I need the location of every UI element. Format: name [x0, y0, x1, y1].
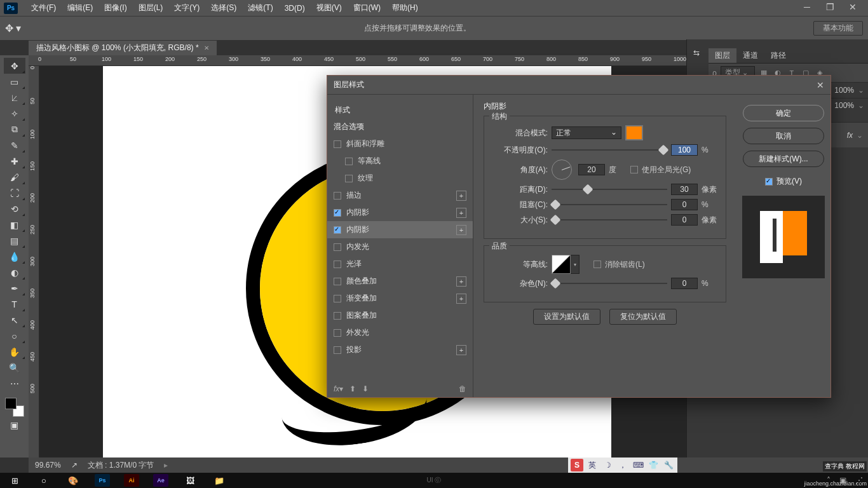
- panel-collapse-icon[interactable]: ⇆: [693, 48, 700, 57]
- style-checkbox[interactable]: [334, 140, 341, 148]
- style-光泽[interactable]: 光泽: [327, 255, 473, 273]
- menu-select[interactable]: 选择(S): [205, 3, 242, 13]
- add-effect-icon[interactable]: +: [456, 294, 466, 304]
- start-button[interactable]: ⊞: [0, 473, 29, 488]
- opacity-value[interactable]: 100%: [834, 86, 854, 95]
- add-effect-icon[interactable]: +: [456, 208, 466, 218]
- minimize-icon[interactable]: ─: [796, 3, 818, 14]
- blending-options[interactable]: 混合选项: [327, 118, 473, 135]
- document-tab[interactable]: 描边风格小图标 @ 100% (小太阳填充, RGB/8) * ✕: [29, 41, 217, 55]
- tool-pen[interactable]: ✒: [4, 280, 25, 296]
- style-投影[interactable]: 投影+: [327, 341, 473, 358]
- tool-hand[interactable]: ✋: [4, 344, 25, 360]
- task-search[interactable]: ○: [29, 473, 58, 488]
- style-颜色叠加[interactable]: 颜色叠加+: [327, 273, 473, 290]
- tool-marquee[interactable]: ▭: [4, 74, 25, 90]
- ok-button[interactable]: 确定: [743, 105, 824, 121]
- menu-3d[interactable]: 3D(D): [279, 4, 311, 13]
- fx-menu-icon[interactable]: fx▾: [334, 384, 343, 393]
- ime-lang[interactable]: 英: [586, 459, 599, 471]
- size-slider[interactable]: [552, 215, 667, 225]
- tool-brush[interactable]: 🖌: [4, 169, 25, 185]
- angle-dial[interactable]: [552, 159, 572, 180]
- style-内发光[interactable]: 内发光: [327, 238, 473, 255]
- tool-history[interactable]: ⟲: [4, 201, 25, 217]
- menu-file[interactable]: 文件(F): [25, 3, 62, 13]
- style-checkbox[interactable]: [334, 346, 341, 354]
- dialog-titlebar[interactable]: 图层样式 ✕: [327, 76, 831, 95]
- style-纹理[interactable]: 纹理: [327, 170, 473, 187]
- maximize-icon[interactable]: ❐: [818, 3, 841, 14]
- workspace-switcher[interactable]: 基本功能: [813, 21, 863, 36]
- menu-help[interactable]: 帮助(H): [386, 3, 424, 13]
- trash-icon[interactable]: 🗑: [459, 384, 466, 393]
- tool-move[interactable]: ✥: [4, 58, 25, 74]
- fg-bg-swatch[interactable]: [5, 398, 24, 417]
- style-描边[interactable]: 描边+: [327, 187, 473, 204]
- new-style-button[interactable]: 新建样式(W)...: [743, 151, 824, 167]
- task-ai[interactable]: Ai: [124, 474, 139, 487]
- move-tool-icon[interactable]: ✥ ▾: [5, 22, 21, 34]
- share-icon[interactable]: ↗: [71, 461, 78, 470]
- menu-view[interactable]: 视图(V): [311, 3, 348, 13]
- menu-layer[interactable]: 图层(L): [133, 3, 169, 13]
- tab-paths[interactable]: 路径: [764, 48, 792, 63]
- tab-channels[interactable]: 通道: [736, 48, 764, 63]
- ime-logo-icon[interactable]: S: [571, 459, 583, 471]
- doc-size[interactable]: 文档 : 1.37M/0 字节: [88, 460, 154, 471]
- ime-toolbar[interactable]: S 英 ☽ ， ⌨ 👕 🔧: [568, 458, 677, 473]
- size-input[interactable]: 0: [671, 214, 698, 226]
- tool-quickmask[interactable]: ▣: [4, 417, 25, 433]
- ime-punct-icon[interactable]: ，: [616, 459, 629, 471]
- task-explorer[interactable]: 📁: [205, 473, 234, 488]
- task-ae[interactable]: Ae: [153, 474, 168, 487]
- style-渐变叠加[interactable]: 渐变叠加+: [327, 290, 473, 307]
- contour-dropdown[interactable]: ▾: [571, 255, 580, 274]
- ime-moon-icon[interactable]: ☽: [601, 459, 614, 471]
- tool-shape[interactable]: ○: [4, 328, 25, 344]
- style-内阴影[interactable]: 内阴影+: [327, 221, 473, 238]
- tool-wand[interactable]: ✧: [4, 105, 25, 121]
- preview-checkbox[interactable]: [765, 178, 773, 186]
- make-default-button[interactable]: 设置为默认值: [533, 309, 600, 325]
- style-checkbox[interactable]: [334, 312, 341, 320]
- distance-slider[interactable]: [552, 184, 667, 194]
- style-checkbox[interactable]: [334, 243, 341, 251]
- zoom-level[interactable]: 99.67%: [35, 461, 61, 470]
- opacity-input[interactable]: 100: [671, 144, 698, 156]
- task-paint[interactable]: 🖼: [175, 473, 205, 488]
- blend-mode-select[interactable]: 正常⌄: [552, 126, 621, 139]
- tool-path[interactable]: ↖: [4, 312, 25, 328]
- style-checkbox[interactable]: [334, 226, 341, 234]
- ime-keyboard-icon[interactable]: ⌨: [632, 459, 644, 471]
- style-外发光[interactable]: 外发光: [327, 324, 473, 341]
- task-ps[interactable]: Ps: [95, 474, 110, 487]
- angle-input[interactable]: 20: [578, 164, 605, 175]
- tool-stamp[interactable]: ⛶: [4, 185, 25, 201]
- choke-input[interactable]: 0: [671, 199, 698, 210]
- style-checkbox[interactable]: [334, 209, 341, 217]
- add-effect-icon[interactable]: +: [456, 345, 466, 355]
- tool-edit-toolbar[interactable]: ⋯: [4, 376, 25, 391]
- tool-lasso[interactable]: ⟀: [4, 90, 25, 105]
- reset-default-button[interactable]: 复位为默认值: [609, 309, 677, 325]
- style-图案叠加[interactable]: 图案叠加: [327, 307, 473, 324]
- menu-image[interactable]: 图像(I): [98, 3, 132, 13]
- tool-zoom[interactable]: 🔍: [4, 360, 25, 376]
- tool-heal[interactable]: ✚: [4, 153, 25, 169]
- menu-filter[interactable]: 滤镜(T): [242, 3, 278, 13]
- ime-tool-icon[interactable]: 👕: [647, 459, 660, 471]
- style-checkbox[interactable]: [334, 278, 341, 285]
- tab-close-icon[interactable]: ✕: [204, 44, 209, 51]
- add-effect-icon[interactable]: +: [456, 225, 466, 235]
- choke-slider[interactable]: [552, 200, 667, 210]
- tab-layers[interactable]: 图层: [709, 48, 736, 63]
- noise-input[interactable]: 0: [671, 278, 698, 289]
- cancel-button[interactable]: 取消: [743, 128, 824, 144]
- opacity-slider[interactable]: [552, 145, 667, 155]
- close-icon[interactable]: ✕: [841, 3, 864, 14]
- tool-eyedrop[interactable]: ✎: [4, 137, 25, 153]
- style-checkbox[interactable]: [345, 175, 353, 182]
- style-checkbox[interactable]: [334, 192, 341, 200]
- style-down-icon[interactable]: ⬇: [362, 384, 369, 393]
